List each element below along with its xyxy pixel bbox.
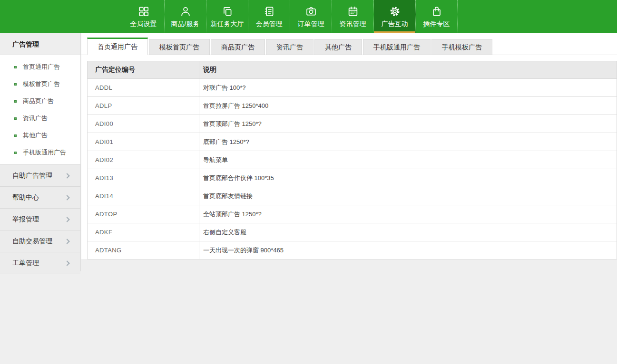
sidebar-section[interactable]: 举报管理 — [0, 209, 80, 230]
nav-item[interactable]: 订单管理 — [290, 0, 332, 33]
sidebar-menu-item[interactable]: 模板首页广告 — [0, 76, 80, 93]
table-row: ADLP 首页拉屏广告 1250*400 — [88, 97, 617, 115]
sidebar-menu-item-label: 手机版通用广告 — [23, 148, 66, 157]
sidebar-menu-item-label: 首页通用广告 — [23, 63, 60, 71]
main-content: 首页通用广告 模板首页广告 商品页广告 资讯广告 其他广告 手机版通用广告 — [81, 33, 617, 259]
nav-item-label: 会员管理 — [256, 20, 283, 29]
ad-code-cell: ADTANG — [88, 241, 199, 259]
bullet-square-icon — [14, 83, 17, 86]
bullet-square-icon — [14, 134, 17, 137]
nav-item[interactable]: 会员管理 — [248, 0, 290, 33]
table-header-row: 广告定位编号 说明 — [88, 61, 617, 79]
table-row: ADTOP 全站顶部广告 1250*? — [88, 205, 617, 223]
top-nav: 全局设置 商品/服务 新任务大厅 会员管理 订单管理 — [0, 0, 617, 33]
tab-label: 商品页广告 — [221, 43, 255, 51]
tab-bar: 首页通用广告 模板首页广告 商品页广告 资讯广告 其他广告 手机版通用广告 — [81, 33, 617, 55]
chevron-right-icon — [64, 173, 69, 178]
ad-description-cell: 首页拉屏广告 1250*400 — [199, 97, 617, 115]
table-row: ADKF 右侧自定义客服 — [88, 223, 617, 241]
sidebar-menu-item[interactable]: 首页通用广告 — [0, 58, 80, 76]
nav-item[interactable]: 全局设置 — [123, 0, 165, 33]
ad-code-cell: ADDL — [88, 79, 199, 97]
sidebar-menu-item[interactable]: 其他广告 — [0, 127, 80, 144]
chevron-right-icon — [64, 195, 69, 200]
column-header-description: 说明 — [199, 61, 617, 79]
ad-code-cell: ADTOP — [88, 205, 199, 223]
ad-code-cell: ADI01 — [88, 133, 199, 151]
tab-label: 手机模板广告 — [442, 43, 482, 51]
sidebar: 广告管理 首页通用广告 模板首页广告 商品页广告 资讯广告 — [0, 33, 81, 271]
nav-item-label: 订单管理 — [298, 20, 324, 29]
calendar-icon — [347, 5, 359, 18]
nav-item-label: 全局设置 — [130, 20, 157, 29]
nav-item[interactable]: 广告互动 — [374, 0, 416, 33]
chevron-right-icon — [64, 239, 69, 244]
nav-item[interactable]: 插件专区 — [416, 0, 458, 33]
tab[interactable]: 模板首页广告 — [149, 39, 210, 55]
ad-code-cell: ADKF — [88, 223, 199, 241]
sidebar-menu-item-label: 其他广告 — [23, 131, 48, 140]
sidebar-section-label: 自助交易管理 — [12, 237, 52, 246]
tab-label: 资讯广告 — [276, 43, 303, 51]
camera-icon — [305, 5, 317, 18]
sidebar-menu-item[interactable]: 资讯广告 — [0, 110, 80, 127]
ad-description-cell: 右侧自定义客服 — [199, 223, 617, 241]
bullet-square-icon — [14, 117, 17, 120]
table-row: ADDL 对联广告 100*? — [88, 79, 617, 97]
nav-item-label: 商品/服务 — [171, 20, 200, 29]
bullet-square-icon — [14, 100, 17, 103]
ad-code-cell: ADI00 — [88, 115, 199, 133]
copy-icon — [221, 5, 234, 18]
sidebar-section-label: 自助广告管理 — [12, 172, 52, 180]
sidebar-collapsed-sections: 自助广告管理 帮助中心 举报管理 自助交易管理 工单管理 — [0, 164, 80, 274]
table-row: ADI02 导航菜单 — [88, 151, 617, 169]
sidebar-section[interactable]: 自助广告管理 — [0, 165, 80, 187]
tab[interactable]: 资讯广告 — [266, 39, 313, 55]
sidebar-section-label: 帮助中心 — [12, 193, 39, 202]
table-row: ADI14 首页底部友情链接 — [88, 187, 617, 205]
tab-label: 其他广告 — [325, 43, 352, 51]
bag-icon — [431, 5, 443, 18]
ad-description-cell: 对联广告 100*? — [199, 79, 617, 97]
ad-description-cell: 首页底部友情链接 — [199, 187, 617, 205]
tab[interactable]: 商品页广告 — [211, 39, 265, 55]
sidebar-menu-item[interactable]: 商品页广告 — [0, 93, 80, 110]
column-header-ad-code: 广告定位编号 — [88, 61, 199, 79]
sidebar-menu-item[interactable]: 手机版通用广告 — [0, 144, 80, 161]
sidebar-menu-item-label: 资讯广告 — [23, 114, 48, 123]
ad-code-cell: ADI14 — [88, 187, 199, 205]
sidebar-section[interactable]: 工单管理 — [0, 252, 80, 274]
tab[interactable]: 其他广告 — [314, 39, 362, 55]
nav-item[interactable]: 商品/服务 — [165, 0, 206, 33]
sidebar-section-label: 举报管理 — [12, 215, 39, 224]
nav-item[interactable]: 新任务大厅 — [206, 0, 248, 33]
user-icon — [179, 5, 192, 18]
sidebar-section[interactable]: 自助交易管理 — [0, 230, 80, 252]
bullet-square-icon — [14, 66, 17, 68]
bullet-square-icon — [14, 152, 17, 154]
ad-description-cell: 一天出现一次的弹窗 900*465 — [199, 241, 617, 259]
sidebar-section-label: 工单管理 — [12, 259, 39, 268]
ad-description-cell: 全站顶部广告 1250*? — [199, 205, 617, 223]
tab-label: 模板首页广告 — [159, 43, 199, 51]
nav-item-label: 广告互动 — [382, 20, 408, 29]
ad-description-cell: 首页顶部广告 1250*? — [199, 115, 617, 133]
sidebar-section-title: 广告管理 — [0, 33, 80, 55]
table-row: ADTANG 一天出现一次的弹窗 900*465 — [88, 241, 617, 259]
table-row: ADI13 首页底部合作伙伴 100*35 — [88, 169, 617, 187]
table-row: ADI01 底部广告 1250*? — [88, 133, 617, 151]
nav-item-label: 资讯管理 — [340, 20, 366, 29]
ad-code-cell: ADI13 — [88, 169, 199, 187]
nav-item-label: 插件专区 — [423, 20, 450, 29]
tab[interactable]: 手机版通用广告 — [363, 39, 431, 55]
tab-label: 手机版通用广告 — [373, 43, 420, 51]
nav-item-label: 新任务大厅 — [211, 20, 244, 29]
ad-description-cell: 首页底部合作伙伴 100*35 — [199, 169, 617, 187]
sidebar-menu-item-label: 商品页广告 — [23, 97, 54, 105]
sidebar-section[interactable]: 帮助中心 — [0, 187, 80, 209]
ad-description-cell: 底部广告 1250*? — [199, 133, 617, 151]
tab[interactable]: 首页通用广告 — [87, 38, 148, 55]
table-row: ADI00 首页顶部广告 1250*? — [88, 115, 617, 133]
nav-item[interactable]: 资讯管理 — [332, 0, 374, 33]
tab[interactable]: 手机模板广告 — [431, 39, 492, 55]
